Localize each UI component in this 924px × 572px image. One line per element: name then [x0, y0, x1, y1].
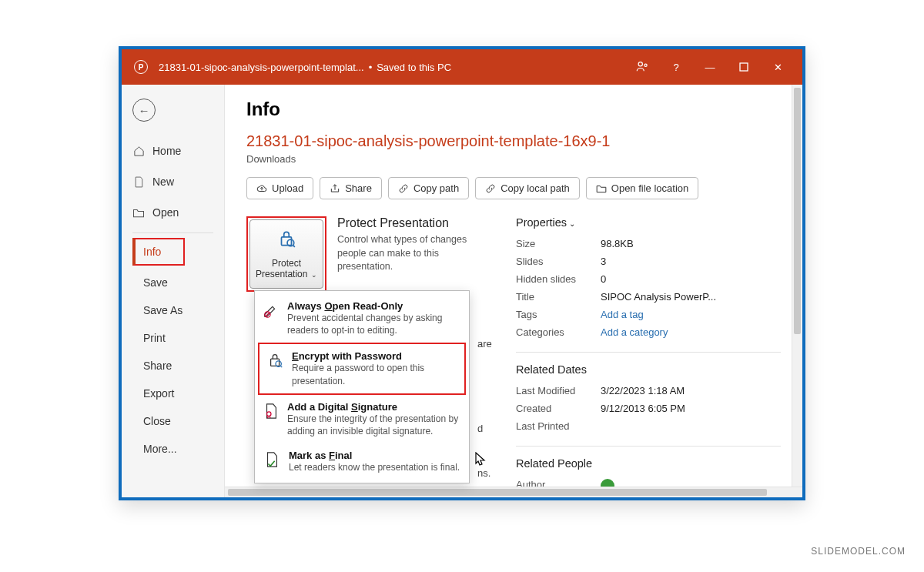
- home-icon: [132, 146, 145, 157]
- menu-add-digital-signature[interactable]: Add a Digital Signature Ensure the integ…: [255, 395, 469, 443]
- date-created: Created9/12/2013 6:05 PM: [516, 400, 781, 417]
- nav-more[interactable]: More...: [122, 435, 224, 463]
- file-title: 21831-01-sipoc-analysis-powerpoint-templ…: [246, 132, 781, 150]
- ribbon-icon: [263, 401, 280, 437]
- menu-encrypt-with-password[interactable]: Encrypt with Password Require a password…: [258, 343, 466, 394]
- powerpoint-window: P 21831-01-sipoc-analysis-powerpoint-tem…: [119, 46, 805, 500]
- nav-label: New: [152, 176, 174, 188]
- menu-mark-as-final[interactable]: Mark as Final Let readers know the prese…: [255, 443, 469, 480]
- titlebar: P 21831-01-sipoc-analysis-powerpoint-tem…: [122, 49, 802, 85]
- date-last-modified: Last Modified3/22/2023 1:18 AM: [516, 382, 781, 400]
- upload-button[interactable]: Upload: [246, 177, 313, 199]
- nav-close[interactable]: Close: [122, 407, 224, 435]
- protect-section: Protect Presentation ⌄ Protect Presentat…: [246, 216, 493, 496]
- highlight-box: Protect Presentation ⌄: [246, 216, 326, 292]
- page-title: Info: [246, 99, 781, 120]
- related-dates-header: Related Dates: [516, 363, 781, 376]
- file-path: Downloads: [246, 153, 781, 165]
- obscured-text: d: [477, 423, 483, 434]
- menu-always-open-read-only[interactable]: Always Open Read-Only Prevent accidental…: [255, 294, 469, 343]
- svg-rect-6: [271, 360, 280, 366]
- nav-share[interactable]: Share: [122, 352, 224, 380]
- sidebar: ← Home New Open Info Save: [122, 85, 225, 497]
- nav-save[interactable]: Save: [122, 269, 224, 296]
- nav-info[interactable]: Info: [132, 238, 185, 266]
- open-file-location-button[interactable]: Open file location: [586, 177, 698, 199]
- file-name: 21831-01-sipoc-analysis-powerpoint-templ…: [159, 62, 364, 73]
- obscured-text: ns.: [477, 467, 490, 479]
- watermark: SLIDEMODEL.COM: [811, 546, 906, 557]
- action-row: Upload Share Copy path Copy local path O…: [246, 177, 781, 199]
- account-icon[interactable]: [625, 49, 659, 85]
- date-last-printed: Last Printed: [516, 417, 781, 435]
- prop-size: Size98.8KB: [516, 235, 781, 253]
- powerpoint-icon: P: [134, 60, 148, 74]
- protect-presentation-button[interactable]: Protect Presentation ⌄: [249, 219, 323, 289]
- scrollbar-horizontal[interactable]: [225, 487, 802, 497]
- save-status: Saved to this PC: [377, 62, 451, 73]
- svg-point-8: [267, 412, 272, 416]
- nav-open[interactable]: Open: [122, 197, 224, 228]
- nav-label: Open: [152, 206, 179, 219]
- back-button[interactable]: ←: [132, 99, 156, 122]
- help-button[interactable]: ?: [659, 49, 693, 85]
- nav-label: Home: [152, 145, 181, 157]
- protect-heading: Protect Presentation: [337, 216, 476, 230]
- copy-path-button[interactable]: Copy path: [388, 177, 469, 199]
- nav-save-as[interactable]: Save As: [122, 296, 224, 324]
- minimize-button[interactable]: —: [693, 49, 727, 85]
- nav-export[interactable]: Export: [122, 380, 224, 407]
- prop-title: TitleSIPOC Analysis PowerP...: [516, 288, 781, 306]
- separator: •: [369, 62, 373, 73]
- document-check-icon: [263, 450, 281, 473]
- prop-tags[interactable]: TagsAdd a tag: [516, 306, 781, 323]
- divider: [516, 352, 781, 353]
- open-icon: [132, 208, 145, 218]
- svg-point-0: [638, 62, 642, 66]
- svg-rect-2: [740, 63, 748, 71]
- svg-point-1: [644, 64, 647, 66]
- protect-dropdown: Always Open Read-Only Prevent accidental…: [254, 290, 470, 483]
- scrollbar-vertical[interactable]: [792, 85, 802, 487]
- new-icon: [132, 176, 145, 188]
- backstage-body: ← Home New Open Info Save: [122, 85, 802, 497]
- svg-rect-3: [282, 237, 292, 246]
- divider: [516, 446, 781, 447]
- main-panel: Info 21831-01-sipoc-analysis-powerpoint-…: [225, 85, 802, 497]
- prop-slides: Slides3: [516, 253, 781, 270]
- prop-categories[interactable]: CategoriesAdd a category: [516, 323, 781, 341]
- lock-icon: [276, 229, 296, 253]
- nav-print[interactable]: Print: [122, 324, 224, 352]
- related-people-header: Related People: [516, 457, 781, 470]
- protect-description: Control what types of changes people can…: [337, 233, 476, 274]
- properties-header[interactable]: Properties⌄: [516, 216, 781, 229]
- nav-divider: [132, 232, 213, 233]
- chevron-down-icon: ⌄: [569, 219, 575, 228]
- prop-hidden-slides: Hidden slides0: [516, 270, 781, 288]
- close-button[interactable]: ✕: [761, 49, 795, 85]
- chevron-down-icon: ⌄: [309, 271, 317, 279]
- obscured-text: are: [477, 338, 492, 350]
- maximize-button[interactable]: [727, 49, 761, 85]
- share-button[interactable]: Share: [320, 177, 382, 199]
- nav-new[interactable]: New: [122, 166, 224, 197]
- copy-local-path-button[interactable]: Copy local path: [475, 177, 580, 199]
- properties-panel: Properties⌄ Size98.8KB Slides3 Hidden sl…: [516, 216, 781, 496]
- lock-icon: [267, 350, 284, 386]
- nav-home[interactable]: Home: [122, 135, 224, 166]
- cursor-icon: [474, 452, 487, 469]
- pencil-prohibit-icon: [263, 300, 280, 336]
